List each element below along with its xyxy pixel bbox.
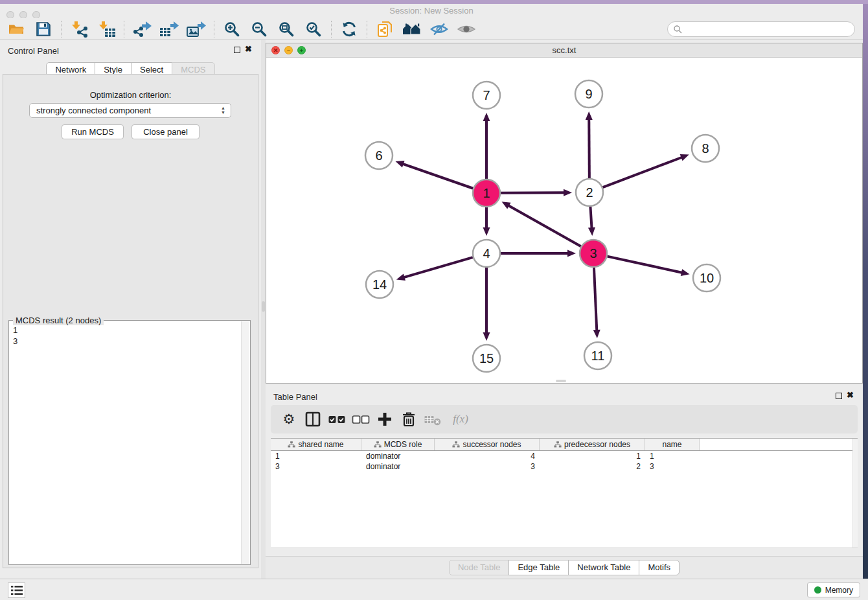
edge-2-to-8[interactable] [603,157,683,187]
cell-name[interactable]: 3 [645,461,700,472]
open-folder-icon[interactable] [5,19,27,39]
show-eye-icon[interactable] [455,19,477,39]
edge-3-to-10[interactable] [607,257,682,273]
network-canvas[interactable]: 7968124314101511 [266,58,862,383]
canvas-grip[interactable] [556,380,566,382]
edge-4-to-14[interactable] [403,257,472,277]
arrowhead-2-to-8 [680,154,689,161]
criterion-dropdown[interactable]: strongly connected component ▲▼ [29,103,231,118]
graph-node-label-1: 1 [483,186,490,200]
float-panel-icon[interactable] [234,47,240,53]
minimize-view-button[interactable]: − [284,46,293,54]
column-header-shared-name[interactable]: shared name [271,439,361,450]
float-table-panel-icon[interactable] [836,393,842,399]
edge-3-to-11[interactable] [594,268,597,331]
close-panel-button[interactable]: Close panel [131,124,200,139]
panel-splitter[interactable] [261,40,266,579]
arrowhead-2-to-3 [588,227,595,236]
close-panel-icon[interactable]: ✖ [245,45,252,54]
network-graph[interactable]: 7968124314101511 [266,58,862,383]
main-toolbar [0,18,863,40]
table-tab-motifs[interactable]: Motifs [639,560,680,575]
cell-predecessor-nodes[interactable]: 2 [540,461,645,472]
graph-node-label-14: 14 [372,277,387,292]
cell-successor-nodes[interactable]: 4 [435,451,540,461]
export-table-icon[interactable] [158,19,180,39]
cell-mcds-role[interactable]: dominator [361,451,435,461]
result-scrollbar[interactable] [241,321,249,564]
cell-mcds-role[interactable]: dominator [361,461,435,472]
refresh-icon[interactable] [338,19,360,39]
settings-gear-icon[interactable]: ⚙ [279,410,299,429]
export-image-icon[interactable] [185,19,207,39]
edge-3-to-1[interactable] [508,205,581,247]
splitter-grip[interactable] [262,301,265,312]
toolbar-separator [124,21,124,38]
table-row[interactable]: 3dominator323 [271,461,858,472]
task-history-button[interactable] [8,583,25,598]
mcds-result-list[interactable]: 13 [9,323,240,563]
edge-2-to-9[interactable] [589,119,589,178]
control-panel: Control Panel ✖ NetworkStyleSelectMCDS O… [0,40,261,579]
cell-name[interactable]: 1 [645,451,700,461]
column-header-predecessor-nodes[interactable]: predecessor nodes [540,439,645,450]
network-view-window: ✕ − + scc.txt 7968124314101511 [266,43,863,384]
edge-1-to-6[interactable] [402,164,473,189]
column-header-mcds-role[interactable]: MCDS role [361,439,435,450]
cell-successor-nodes[interactable]: 3 [435,461,540,472]
import-table-icon[interactable] [95,19,117,39]
table-tab-edge-table[interactable]: Edge Table [508,560,569,575]
table-tab-node-table[interactable]: Node Table [449,560,510,575]
zoom-out-icon[interactable] [248,19,270,39]
table-tab-network-table[interactable]: Network Table [568,560,639,575]
column-layout-icon[interactable] [303,410,323,429]
arrowhead-4-to-14 [396,274,405,281]
cell-shared-name[interactable]: 1 [271,451,361,461]
node-table[interactable]: shared nameMCDS rolesuccessor nodesprede… [271,438,858,548]
table-tabs-strip: Node TableEdge TableNetwork TableMotifs [266,556,863,579]
arrowhead-3-to-11 [593,330,600,338]
memory-status-dot [814,586,821,594]
home-views-icon[interactable] [401,19,423,39]
attribute-tree-icon [554,441,562,448]
mcds-result-line: 1 [13,325,236,336]
delete-column-icon[interactable] [399,410,418,429]
edge-2-to-3[interactable] [590,207,591,229]
toolbar-separator [61,21,62,38]
memory-button[interactable]: Memory [807,583,860,597]
cell-predecessor-nodes[interactable]: 1 [540,451,645,461]
maximize-view-button[interactable]: + [297,46,306,54]
search-icon [673,25,683,34]
hide-eye-icon[interactable] [428,19,450,39]
save-icon[interactable] [32,19,54,39]
column-header-successor-nodes[interactable]: successor nodes [435,439,540,450]
close-table-panel-icon[interactable]: ✖ [847,391,854,400]
toolbar-separator [214,21,214,38]
import-network-icon[interactable] [68,19,90,39]
function-builder-icon: f(x) [447,410,474,429]
cell-shared-name[interactable]: 3 [271,461,361,472]
copy-share-icon[interactable] [374,19,396,39]
zoom-selected-icon[interactable] [303,19,325,39]
attribute-tree-icon [452,441,460,448]
table-vertical-scrollbar[interactable] [852,439,858,548]
table-panel-title: Table Panel [273,392,317,402]
zoom-in-icon[interactable] [221,19,243,39]
search-input[interactable] [683,23,854,35]
export-network-icon[interactable] [131,19,153,39]
arrowhead-1-to-2 [564,189,572,196]
zoom-fit-icon[interactable] [275,19,297,39]
search-field[interactable] [667,21,855,37]
select-none-icon[interactable] [351,410,371,429]
column-header-name[interactable]: name [645,439,700,450]
column-header-label: successor nodes [463,440,521,449]
run-mcds-button[interactable]: Run MCDS [62,124,124,139]
table-horizontal-scrollbar[interactable] [271,548,858,556]
close-view-button[interactable]: ✕ [271,46,280,54]
table-row[interactable]: 1dominator411 [271,451,858,461]
mcds-result-box: MCDS result (2 nodes) 13 [8,320,251,565]
edge-1-to-2[interactable] [501,192,565,193]
select-all-checked-icon[interactable] [327,410,347,429]
header-filler [700,439,858,450]
add-column-icon[interactable] [375,410,394,429]
